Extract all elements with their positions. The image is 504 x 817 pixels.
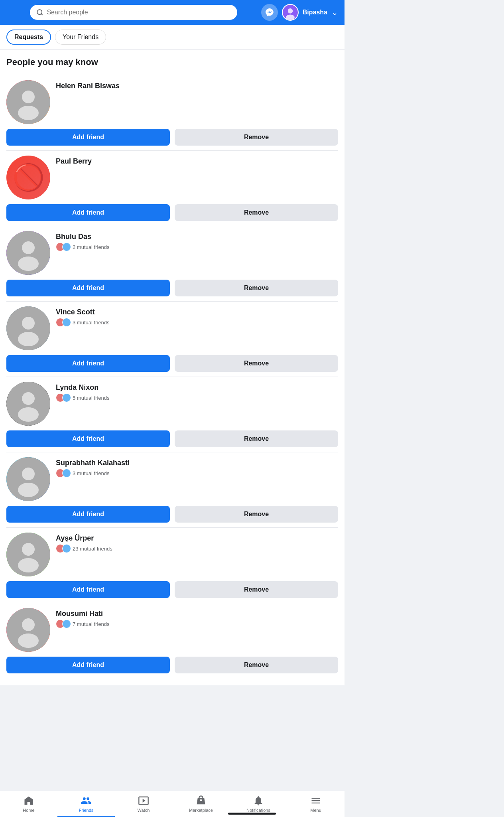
person-details: Vince Scott 3 mutual friends <box>56 306 338 327</box>
person-card: Bhulu Das 2 mutual friends Add friend Re… <box>6 226 338 302</box>
tabs-section: Requests Your Friends <box>0 25 345 50</box>
remove-button[interactable]: Remove <box>175 204 338 221</box>
avatar[interactable] <box>282 4 299 21</box>
mutual-friends: 5 mutual friends <box>56 393 338 402</box>
nav-item-home[interactable]: Home <box>0 791 57 817</box>
person-name: Suprabhath Kalahasti <box>56 459 338 467</box>
mutual-avatars <box>56 318 69 327</box>
person-name: Mousumi Hati <box>56 610 338 618</box>
svg-point-22 <box>18 558 39 572</box>
mutual-avatar <box>62 393 71 402</box>
mutual-avatars <box>56 393 69 402</box>
person-avatar-image <box>6 382 50 426</box>
mutual-friends: 2 mutual friends <box>56 243 338 251</box>
home-icon <box>23 795 34 806</box>
person-card: Lynda Nixon 5 mutual friends Add friend … <box>6 377 338 452</box>
person-name: Helen Rani Biswas <box>56 82 338 90</box>
person-details: Lynda Nixon 5 mutual friends <box>56 382 338 402</box>
bottom-nav: Home Friends Watch Marketplace Notificat… <box>0 791 345 817</box>
person-info-row: Bhulu Das 2 mutual friends <box>6 231 338 275</box>
watch-icon <box>138 795 149 806</box>
mutual-friends-text: 3 mutual friends <box>73 320 110 326</box>
svg-point-10 <box>18 257 39 271</box>
mutual-friends: 3 mutual friends <box>56 469 338 478</box>
no-photo-icon: 🚫 <box>12 162 45 193</box>
person-card: Ayşe Ürper 23 mutual friends Add friend … <box>6 528 338 603</box>
person-actions: Add friend Remove <box>6 657 338 673</box>
nav-label-menu: Menu <box>310 808 321 813</box>
person-card: Mousumi Hati 7 mutual friends Add friend… <box>6 603 338 678</box>
person-avatar-image <box>6 306 50 350</box>
svg-point-25 <box>18 633 39 648</box>
nav-label-notifications: Notifications <box>246 808 270 813</box>
search-input[interactable] <box>47 9 231 16</box>
add-friend-button[interactable]: Add friend <box>6 581 170 598</box>
person-card: Suprabhath Kalahasti 3 mutual friends Ad… <box>6 452 338 528</box>
remove-button[interactable]: Remove <box>175 657 338 673</box>
person-name: Lynda Nixon <box>56 383 338 392</box>
person-actions: Add friend Remove <box>6 355 338 372</box>
remove-button[interactable]: Remove <box>175 280 338 296</box>
menu-icon <box>310 795 321 806</box>
person-avatar <box>6 231 50 275</box>
search-bar[interactable] <box>30 5 237 20</box>
mutual-avatar <box>62 544 71 553</box>
tab-requests[interactable]: Requests <box>6 30 51 45</box>
remove-button[interactable]: Remove <box>175 430 338 447</box>
svg-point-12 <box>22 317 35 330</box>
mutual-friends: 23 mutual friends <box>56 544 338 553</box>
nav-item-friends[interactable]: Friends <box>57 791 115 817</box>
section-title: People you may know <box>6 57 338 67</box>
mutual-friends-text: 7 mutual friends <box>73 621 110 627</box>
mutual-avatars <box>56 243 69 251</box>
remove-button[interactable]: Remove <box>175 506 338 523</box>
add-friend-button[interactable]: Add friend <box>6 355 170 372</box>
person-card: 🚫 Paul Berry Add friend Remove <box>6 151 338 226</box>
nav-item-menu[interactable]: Menu <box>287 791 345 817</box>
main-content: People you may know Helen Rani Biswas Ad… <box>0 50 345 685</box>
messenger-icon <box>265 8 274 17</box>
add-friend-button[interactable]: Add friend <box>6 280 170 296</box>
person-info-row: Lynda Nixon 5 mutual friends <box>6 382 338 426</box>
person-actions: Add friend Remove <box>6 581 338 598</box>
person-avatar <box>6 306 50 350</box>
nav-item-marketplace[interactable]: Marketplace <box>172 791 230 817</box>
svg-point-15 <box>22 392 35 405</box>
svg-point-13 <box>18 332 39 346</box>
mutual-friends: 7 mutual friends <box>56 620 338 628</box>
remove-button[interactable]: Remove <box>175 129 338 146</box>
remove-button[interactable]: Remove <box>175 581 338 598</box>
messenger-button[interactable] <box>261 4 278 21</box>
svg-point-21 <box>22 543 35 556</box>
svg-point-19 <box>18 483 39 497</box>
person-actions: Add friend Remove <box>6 204 338 221</box>
user-avatar-image <box>283 5 298 20</box>
mutual-avatar <box>62 243 71 251</box>
add-friend-button[interactable]: Add friend <box>6 506 170 523</box>
add-friend-button[interactable]: Add friend <box>6 204 170 221</box>
remove-button[interactable]: Remove <box>175 355 338 372</box>
svg-point-6 <box>22 91 35 103</box>
tab-your-friends[interactable]: Your Friends <box>55 30 106 45</box>
person-actions: Add friend Remove <box>6 430 338 447</box>
nav-label-marketplace: Marketplace <box>189 808 213 813</box>
person-info-row: Suprabhath Kalahasti 3 mutual friends <box>6 457 338 501</box>
add-friend-button[interactable]: Add friend <box>6 129 170 146</box>
person-name: Paul Berry <box>56 157 338 166</box>
add-friend-button[interactable]: Add friend <box>6 430 170 447</box>
svg-line-1 <box>41 14 43 15</box>
nav-item-watch[interactable]: Watch <box>115 791 172 817</box>
nav-label-home: Home <box>23 808 34 813</box>
add-friend-button[interactable]: Add friend <box>6 657 170 673</box>
tabs-row: Requests Your Friends <box>6 30 338 45</box>
svg-point-16 <box>18 407 39 422</box>
person-info-row: Vince Scott 3 mutual friends <box>6 306 338 350</box>
svg-point-7 <box>18 106 39 120</box>
person-actions: Add friend Remove <box>6 506 338 523</box>
person-details: Suprabhath Kalahasti 3 mutual friends <box>56 457 338 478</box>
mutual-avatars <box>56 620 69 628</box>
chevron-down-icon[interactable]: ⌄ <box>331 8 338 17</box>
mutual-friends-text: 3 mutual friends <box>73 470 110 476</box>
person-name: Vince Scott <box>56 308 338 316</box>
person-avatar-image <box>6 457 50 501</box>
